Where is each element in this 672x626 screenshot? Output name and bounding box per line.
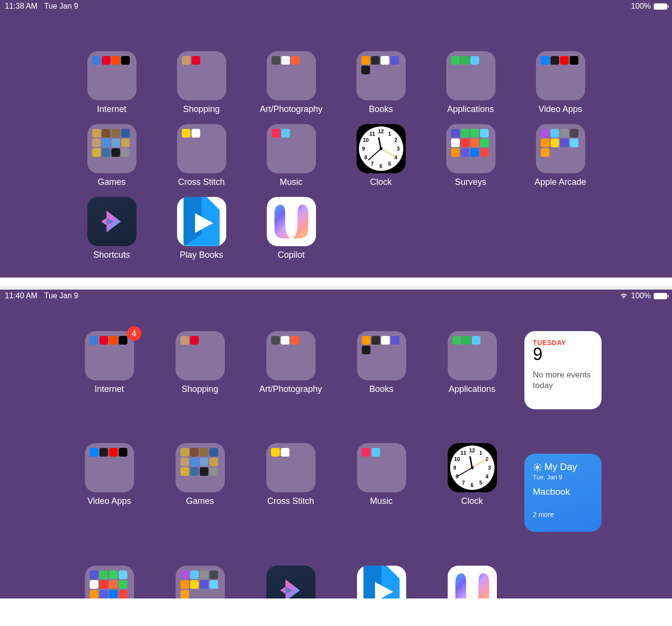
folder-icon[interactable] [87,124,137,173]
app-books[interactable]: Books [336,331,427,409]
copilot-app-icon[interactable] [448,566,497,598]
folder-icon[interactable] [446,51,495,100]
app-music[interactable]: Music [336,443,427,532]
app-applications[interactable]: Applications [426,51,516,114]
folder-mini-icon [362,336,370,345]
app-internet[interactable]: 4 Internet [64,331,155,409]
folder-mini-icon [102,139,110,147]
folder-mini-icon [190,448,199,457]
folder-mini-icon [192,129,200,138]
folder-mini-icon [362,346,370,354]
app-copilot[interactable]: Copilot [427,566,518,598]
calendar-widget[interactable]: TUESDAY 9 No more events today [524,331,602,409]
play-books-app-icon[interactable] [357,566,406,598]
app-cross-stitch[interactable]: Cross Stitch [246,443,336,532]
shortcuts-app-icon[interactable] [87,197,137,246]
app-play-books[interactable]: Play Books [157,197,247,260]
app-clock[interactable]: 123456789101112 Clock [427,443,518,532]
clock-app-icon[interactable]: 123456789101112 [357,124,406,173]
app-surveys[interactable]: Surveys [64,566,155,598]
folder-mini-icon [470,129,479,138]
folder-icon[interactable] [176,443,225,492]
app-video-apps[interactable]: Video Apps [64,443,155,532]
folder-mini-icon [92,148,101,157]
folder-icon[interactable] [85,443,134,492]
ipad-home-screen-after: 11:40 AM Tue Jan 9 100% 4 Internet Shopp… [0,290,672,598]
clock-app-icon[interactable]: 123456789101112 [448,443,497,492]
folder-icon[interactable] [85,331,134,380]
folder-mini-icon [480,148,489,157]
folder-icon[interactable] [177,124,226,173]
app-games[interactable]: Games [67,124,157,187]
folder-mini-icon [200,580,208,589]
shortcuts-app-icon[interactable] [266,566,315,598]
folder-icon[interactable] [176,566,225,598]
folder-icon[interactable] [357,443,406,492]
app-label: Music [370,496,393,506]
folder-icon[interactable] [446,124,495,173]
app-shopping[interactable]: Shopping [155,331,246,409]
folder-mini-icon [200,467,208,476]
folder-icon[interactable] [267,124,316,173]
app-books[interactable]: Books [336,51,426,114]
app-shortcuts[interactable]: Shortcuts [246,566,336,598]
folder-mini-icon [391,336,399,345]
folder-mini-icon [109,336,118,345]
folder-mini-icon [362,448,370,457]
folder-mini-icon [291,56,300,65]
app-applications[interactable]: Applications [427,331,518,409]
app-apple-arcade[interactable]: Apple Arcade [155,566,246,598]
status-bar: 11:40 AM Tue Jan 9 100% [0,290,672,302]
app-cross-stitch[interactable]: Cross Stitch [157,124,247,187]
app-shortcuts[interactable]: Shortcuts [67,197,157,260]
play-books-app-icon[interactable] [177,197,226,246]
status-date: Tue Jan 9 [44,292,79,300]
folder-icon[interactable] [266,443,315,492]
folder-icon[interactable] [448,331,497,380]
folder-mini-icon [541,129,549,138]
app-label: Video Apps [538,104,582,114]
folder-mini-icon [99,336,108,345]
my-day-widget[interactable]: My Day Tue, Jan 9 Macbook 2 more [524,454,602,532]
folder-icon[interactable] [85,566,134,598]
folder-icon[interactable] [536,51,585,100]
app-video-apps[interactable]: Video Apps [516,51,605,114]
app-label: Shortcuts [93,250,130,260]
folder-icon[interactable] [536,124,585,173]
folder-mini-icon [290,336,299,345]
folder-mini-icon [99,448,108,457]
app-art-photography[interactable]: Art/Photography [246,331,336,409]
folder-mini-icon [550,139,559,147]
copilot-app-icon[interactable] [267,197,316,246]
folder-icon[interactable] [267,51,316,100]
folder-mini-icon [111,139,120,147]
folder-icon[interactable] [177,51,226,100]
folder-mini-icon [371,336,380,345]
folder-icon[interactable] [266,331,315,380]
app-play-books[interactable]: Play Books [336,566,427,598]
app-games[interactable]: Games [155,443,246,532]
app-clock[interactable]: 123456789101112 Clock [336,124,426,187]
app-copilot[interactable]: Copilot [247,197,336,260]
folder-mini-icon [461,56,469,65]
app-art-photography[interactable]: Art/Photography [247,51,336,114]
folder-mini-icon [541,139,549,147]
app-music[interactable]: Music [247,124,336,187]
folder-mini-icon [209,570,218,579]
wifi-icon [619,292,628,299]
folder-icon[interactable] [357,331,406,380]
folder-icon[interactable] [357,51,406,100]
folder-mini-icon [560,56,569,65]
folder-icon[interactable] [87,51,137,100]
folder-mini-icon [371,448,380,457]
clock-face: 123456789101112 [359,126,403,171]
folder-mini-icon [390,56,399,65]
folder-mini-icon [371,56,380,65]
app-apple-arcade[interactable]: Apple Arcade [516,124,605,187]
folder-icon[interactable] [176,331,225,380]
app-surveys[interactable]: Surveys [426,124,516,187]
folder-mini-icon [182,56,191,65]
app-internet[interactable]: Internet [67,51,157,114]
app-label: Surveys [455,177,486,187]
app-shopping[interactable]: Shopping [157,51,247,114]
